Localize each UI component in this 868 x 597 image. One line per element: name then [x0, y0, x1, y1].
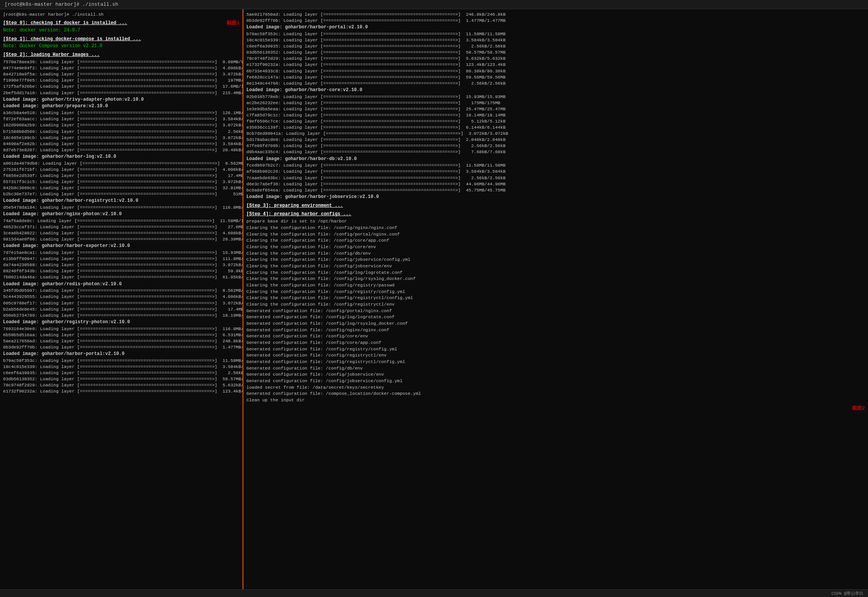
load-line: c6eef6a39935: Loading layer [===========…: [246, 43, 865, 49]
load-line: Loaded image: goharbor/harbor-db:v2.10.0: [246, 156, 865, 162]
load-line: d0b4aac335c4: Loading layer [===========…: [246, 149, 865, 155]
config-line-item: Clearing the configuration file: /config…: [246, 276, 865, 282]
load-line: 0b3de92ff70b: Loading layer [===========…: [3, 344, 240, 350]
config-line-item: Clearing the configuration file: /config…: [246, 263, 865, 270]
note1-line: Note: Docker Compose version v2.21.0: [3, 43, 240, 49]
load-line: b79ac58f353c: Loading layer [===========…: [246, 31, 865, 37]
load-line: Loaded image: goharbor/trivy-adapter-pho…: [3, 97, 240, 103]
load-line: fe6828cc147a: Loading layer [===========…: [246, 74, 865, 80]
config-line-item: Clearing the configuration file: /config…: [246, 295, 865, 301]
terminal-title: [root@k8s-master harbor]# ./install.sh: [5, 2, 118, 7]
load-line: e35036cc139f: Loading layer [===========…: [246, 124, 865, 131]
load-line: 5aea217650ad: Loading layer [===========…: [3, 338, 240, 344]
load-line: 605c9788ef17: Loading layer [===========…: [3, 300, 240, 306]
config-line-item: Clearing the configuration file: /config…: [246, 270, 865, 276]
load-line: 5c4443929555: Loading layer [===========…: [3, 294, 240, 300]
load-line: 84690af2e82b: Loading layer [===========…: [3, 141, 240, 147]
load-line: fced8697b2c7: Loading layer [===========…: [246, 162, 865, 168]
load-line: 46523ccaf371: Loading layer [===========…: [3, 224, 240, 230]
config-line-item: Clearing the configuration file: /config…: [246, 231, 865, 238]
load-line: 02b0385778eb: Loading layer [===========…: [246, 94, 865, 100]
load-line: Loaded image: goharbor/harbor-log:v2.10.…: [3, 154, 240, 160]
load-line: 2bef5dd17a10: Loading layer [===========…: [3, 90, 240, 96]
watermark1: 截图1: [226, 20, 240, 27]
watermark2: 截图2: [852, 405, 865, 412]
load-line: 78c9748f2d29: Loading layer [===========…: [3, 382, 240, 388]
load-line: e1732f90232a: Loading layer [===========…: [246, 62, 865, 68]
load-line: 67fe09fd709b: Loading layer [===========…: [246, 143, 865, 149]
load-line: 18c4c015e339: Loading layer [===========…: [3, 364, 240, 370]
load-line: 345fdbd05997: Loading layer [===========…: [3, 288, 240, 294]
load-line: 3cea6b428022: Loading layer [===========…: [3, 230, 240, 236]
load-line: Loaded image: goharbor/harbor-core:v2.10…: [246, 87, 865, 93]
config-line-item: Generated configuration file: /config/re…: [246, 346, 865, 353]
load-line: a36cb8a4e510: Loading layer [===========…: [3, 110, 240, 116]
config-line-item: Generated configuration file: /config/db…: [246, 365, 865, 372]
load-line: c6eef6a39935: Loading layer [===========…: [3, 370, 240, 376]
load-line: Loaded image: goharbor/harbor-jobservice…: [246, 194, 865, 200]
load-line: f9ef6596c7ce: Loading layer [===========…: [246, 118, 865, 124]
prepare-base-line: prepare base dir is set to /opt/harbor: [246, 218, 865, 225]
right-loading-lines: 5ae0217650ad: Loading layer [===========…: [246, 11, 865, 200]
step2-header: [Step 2]: loading Harbor images ...: [3, 52, 240, 58]
load-line: 18c685e189cb: Loading layer [===========…: [3, 135, 240, 141]
config-line-item: Generated configuration file: /config/re…: [246, 359, 865, 365]
load-line: 1e3e9dba5eaa: Loading layer [===========…: [246, 106, 865, 112]
load-line: bc8a8ef654ea: Loading layer [===========…: [246, 187, 865, 193]
config-line-item: Generated configuration file: /config/ng…: [246, 327, 865, 334]
load-line: c7fa85d79c1c: Loading layer [===========…: [246, 112, 865, 118]
config-line-item: Generated configuration file: /config/co…: [246, 333, 865, 340]
config-line-item: Clearing the configuration file: /config…: [246, 250, 865, 257]
load-line: 03db56130352: Loading layer [===========…: [246, 49, 865, 56]
load-line: 950eb2734789: Loading layer [===========…: [3, 312, 240, 319]
load-line: Loaded image: goharbor/nginx-photon:v2.1…: [3, 211, 240, 218]
step3-header: [Step 3]: preparing environment ...: [246, 203, 865, 209]
load-line: 172f5af926be: Loading layer [===========…: [3, 83, 240, 90]
terminal-bar: [root@k8s-master harbor]# ./install.sh: [0, 0, 868, 9]
load-line: Loaded image: goharbor/prepare:v2.10.0: [3, 103, 240, 110]
load-line: ac2be26232ee: Loading layer [===========…: [246, 100, 865, 106]
load-line: 0b3de92ff70b: Loading layer [===========…: [246, 18, 865, 24]
load-line: 7570a78aea36: Loading layer [===========…: [3, 59, 240, 65]
config-line-item: Clearing the configuration file: /config…: [246, 289, 865, 295]
load-line: d6e3c7a6ef36: Loading layer [===========…: [246, 181, 865, 187]
load-line: 18c4c015e339: Loading layer [===========…: [246, 37, 865, 43]
bottom-bar: CSDN @寒山李白: [0, 589, 868, 597]
load-line: 9815d4ae0f06: Loading layer [===========…: [3, 236, 240, 242]
right-panel: 5ae0217650ad: Loading layer [===========…: [243, 9, 868, 589]
config-line-item: Generated configuration file: /config/lo…: [246, 321, 865, 327]
config-line-item: loaded secret from file: /data/secret/ke…: [246, 384, 865, 391]
load-line: 942b8c3060c6: Loading layer [===========…: [3, 185, 240, 191]
config-line-item: Clearing the configuration file: /config…: [246, 257, 865, 263]
config-line-item: Generated configuration file: /config/jo…: [246, 378, 865, 384]
load-line: 0cb7ded80041a: Loading layer [==========…: [246, 131, 865, 137]
load-line: 78c9748f2d29: Loading layer [===========…: [246, 56, 865, 62]
bottom-label: CSDN @寒山李白: [831, 591, 863, 596]
load-line: 8d7eb73e8207: Loading layer [===========…: [3, 147, 240, 153]
load-line: 5ae0217650ad: Loading layer [===========…: [246, 11, 865, 18]
step0-header: [Step 0]: checking if docker is installe…: [3, 20, 240, 26]
config-line-item: Clearing the configuration file: /config…: [246, 244, 865, 250]
config-line-item: Clearing the configuration file: /config…: [246, 237, 865, 244]
load-line: 8e1349c44768: Loading layer [===========…: [246, 80, 865, 87]
load-line: 6b733e4833c8: Loading layer [===========…: [246, 68, 865, 74]
load-line: af968b902c26: Loading layer [===========…: [246, 168, 865, 175]
load-line: 7693164e30e0: Loading layer [===========…: [3, 326, 240, 332]
config-line-item: Generated configuration file: /config/po…: [246, 308, 865, 314]
load-line: 7b00214da46a: Loading layer [===========…: [3, 274, 240, 280]
load-line: Loaded image: goharbor/harbor-portal:v2.…: [246, 24, 865, 31]
load-line: 7caaebde63bc: Loading layer [===========…: [246, 175, 865, 181]
config-line-item: Generated configuration file: /config/lo…: [246, 314, 865, 321]
load-line: fd72ef63aacc: Loading layer [===========…: [3, 116, 240, 122]
load-line: 7d7e15ae8ca1: Loading layer [===========…: [3, 250, 240, 256]
load-line: 74af6a8de8c: Loading layer [============…: [3, 218, 240, 224]
step4-header: [Step 4]: preparing harbor configs ...: [246, 211, 865, 218]
load-line: b2bc30e737e7: Loading layer [===========…: [3, 191, 240, 197]
load-line: 89240f6f343b: Loading layer [===========…: [3, 268, 240, 274]
config-line-item: Clearing the configuration file: /config…: [246, 301, 865, 308]
config-line-item: Generated configuration file: /config/co…: [246, 340, 865, 346]
load-line: e1732f90232a: Loading layer [===========…: [3, 388, 240, 394]
load-line: d5e5478da184: Loading layer [===========…: [3, 204, 240, 211]
load-line: 8a42710a9f5a: Loading layer [===========…: [3, 71, 240, 77]
load-line: Loaded image: goharbor/harbor-registryct…: [3, 198, 240, 204]
